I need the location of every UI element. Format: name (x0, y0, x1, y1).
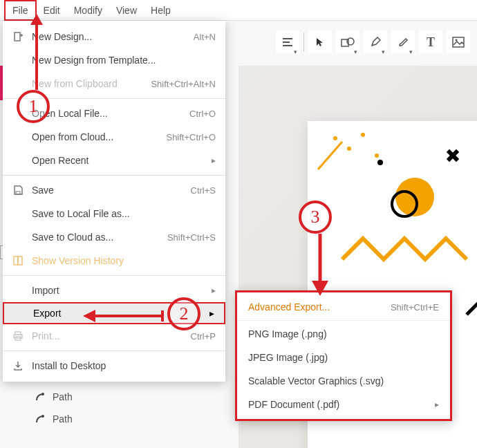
svg-rect-2 (283, 45, 292, 46)
chevron-right-icon: ▸ (209, 308, 214, 319)
align-icon (281, 36, 294, 48)
annotation-number: 2 (180, 304, 189, 324)
svg-point-11 (377, 160, 383, 165)
menu-open-cloud[interactable]: Open from Cloud... Shift+Ctrl+O (3, 125, 225, 149)
shortcut: Shift+Ctrl+Alt+N (151, 79, 216, 89)
menu-save[interactable]: Save Ctrl+S (3, 178, 225, 202)
submenu-label: PDF Document (.pdf) (248, 399, 435, 410)
menu-label: Save to Local File as... (32, 208, 216, 219)
shortcut: Shift+Ctrl+E (391, 302, 439, 312)
shape-tool[interactable] (336, 30, 359, 54)
layer-label: Path (53, 413, 73, 424)
menu-separator (3, 175, 225, 176)
image-icon (452, 37, 465, 48)
svg-rect-0 (283, 38, 292, 39)
svg-marker-30 (30, 14, 43, 25)
svg-point-28 (41, 415, 44, 418)
submenu-advanced-export[interactable]: Advanced Export... Shift+Ctrl+E (237, 295, 450, 319)
brush-icon (398, 37, 409, 48)
chevron-right-icon: ▸ (212, 156, 216, 165)
svg-point-8 (347, 147, 351, 151)
menu-label: Open Local File... (32, 108, 189, 119)
path-icon (35, 391, 46, 402)
layer-label: Path (53, 391, 73, 402)
text-icon: T (427, 35, 435, 50)
shape-icon (341, 37, 355, 48)
brush-tool[interactable] (391, 30, 415, 54)
layer-row[interactable]: Path (35, 408, 73, 430)
submenu-png[interactable]: PNG Image (.png) (237, 322, 450, 346)
annotation-1: 1 (17, 90, 50, 123)
svg-point-10 (375, 153, 379, 158)
menu-label: Print... (32, 330, 191, 342)
chevron-right-icon: ▸ (435, 400, 439, 409)
toolbar-separator (303, 32, 304, 52)
svg-point-9 (361, 133, 365, 137)
arrow-down-icon (310, 234, 330, 296)
print-icon (11, 329, 25, 343)
layer-row[interactable]: Path (35, 386, 73, 408)
svg-marker-35 (312, 281, 328, 296)
annotation-circle: 3 (299, 200, 332, 234)
svg-rect-1 (283, 41, 290, 43)
shortcut: Ctrl+O (189, 109, 216, 119)
annotation-circle: 2 (167, 297, 200, 330)
history-icon (11, 254, 25, 268)
menu-label: Show Version History (32, 255, 216, 266)
menu-label: Open from Cloud... (32, 131, 166, 142)
annotation-number: 1 (29, 96, 38, 117)
submenu-label: Advanced Export... (248, 301, 391, 312)
annotation-3: 3 (299, 200, 332, 234)
menu-open-recent[interactable]: Open Recent ▸ (3, 149, 225, 172)
shortcut: Shift+Ctrl+S (167, 232, 216, 243)
submenu-pdf[interactable]: PDF Document (.pdf) ▸ (237, 393, 450, 416)
menu-label: Install to Desktop (32, 360, 216, 371)
select-tool[interactable] (308, 30, 332, 54)
menu-label: Save (32, 185, 191, 196)
new-design-icon (11, 30, 25, 44)
svg-marker-32 (83, 310, 95, 322)
svg-rect-18 (15, 32, 20, 41)
menu-label: New from Clipboard (32, 78, 151, 89)
image-tool[interactable] (447, 30, 470, 54)
cursor-icon (315, 37, 326, 48)
menu-save-local[interactable]: Save to Local File as... (3, 202, 225, 225)
annotation-2: 2 (167, 297, 200, 330)
arrow-left-icon (83, 307, 166, 325)
menu-modify[interactable]: Modify (67, 1, 109, 19)
menubar: File Edit Modify View Help (0, 0, 477, 21)
submenu-label: Scalable Vector Graphics (.svg) (248, 375, 439, 386)
menu-view[interactable]: View (109, 1, 144, 19)
svg-point-7 (333, 136, 337, 140)
toolbar: T (276, 26, 470, 58)
menu-version-history: Show Version History (3, 249, 225, 272)
shortcut: Shift+Ctrl+O (166, 132, 216, 142)
menu-label: New Design from Template... (32, 55, 216, 66)
menu-label: Import (32, 285, 212, 296)
chevron-right-icon: ▸ (212, 286, 216, 295)
shortcut: Ctrl+S (191, 185, 216, 196)
menu-separator (3, 275, 225, 276)
submenu-label: PNG Image (.png) (248, 328, 439, 339)
svg-rect-23 (18, 256, 22, 265)
menu-label: Open Recent (32, 155, 212, 166)
submenu-separator (237, 320, 450, 321)
menu-separator (3, 351, 225, 351)
menu-install-desktop[interactable]: Install to Desktop (3, 354, 225, 377)
menu-label: Save to Cloud as... (32, 232, 167, 243)
align-button[interactable] (276, 30, 299, 54)
svg-rect-22 (14, 256, 18, 265)
submenu-jpeg[interactable]: JPEG Image (.jpg) (237, 346, 450, 369)
pen-icon (370, 37, 381, 48)
annotation-circle: 1 (17, 90, 50, 123)
text-tool[interactable]: T (419, 30, 442, 54)
menu-help[interactable]: Help (144, 1, 178, 19)
menu-label: New Design... (32, 31, 194, 42)
path-icon (35, 413, 46, 424)
save-icon (11, 183, 25, 197)
pen-tool[interactable] (364, 30, 387, 54)
export-submenu: Advanced Export... Shift+Ctrl+E PNG Imag… (235, 290, 452, 421)
shortcut: Alt+N (194, 32, 216, 42)
submenu-svg[interactable]: Scalable Vector Graphics (.svg) (237, 369, 450, 393)
menu-save-cloud[interactable]: Save to Cloud as... Shift+Ctrl+S (3, 225, 225, 249)
